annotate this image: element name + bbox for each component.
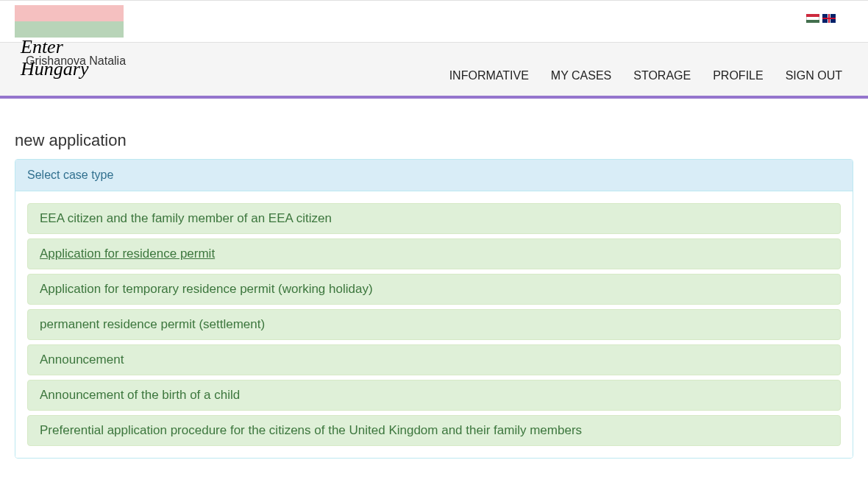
case-type-panel: Select case type EEA citizen and the fam… [15,159,853,459]
nav-bar: Grishanova Natalia INFORMATIVE MY CASES … [0,43,868,96]
nav-informative[interactable]: INFORMATIVE [449,69,529,82]
case-type-item[interactable]: EEA citizen and the family member of an … [27,203,841,234]
panel-body: EEA citizen and the family member of an … [15,191,853,458]
nav-my-cases[interactable]: MY CASES [551,69,611,82]
content: new application Select case type EEA cit… [0,99,868,473]
case-type-item[interactable]: Announcement of the birth of a child [27,380,841,411]
case-type-item[interactable]: Preferential application procedure for t… [27,415,841,446]
case-type-item[interactable]: Application for residence permit [27,238,841,269]
logo[interactable]: Enter Hungary [15,5,124,38]
nav-storage[interactable]: STORAGE [633,69,691,82]
case-type-item[interactable]: permanent residence permit (settlement) [27,309,841,340]
flag-hungary-icon[interactable] [806,14,819,23]
top-header: Enter Hungary [0,0,868,43]
language-selector [806,5,853,23]
case-type-item[interactable]: Announcement [27,344,841,375]
case-type-item[interactable]: Application for temporary residence perm… [27,274,841,305]
flag-uk-icon[interactable] [822,14,836,23]
panel-header: Select case type [15,160,853,191]
nav-links: INFORMATIVE MY CASES STORAGE PROFILE SIG… [449,56,842,82]
logo-text: Enter Hungary [15,36,124,80]
nav-sign-out[interactable]: SIGN OUT [786,69,842,82]
nav-profile[interactable]: PROFILE [713,69,763,82]
page-title: new application [15,131,853,150]
